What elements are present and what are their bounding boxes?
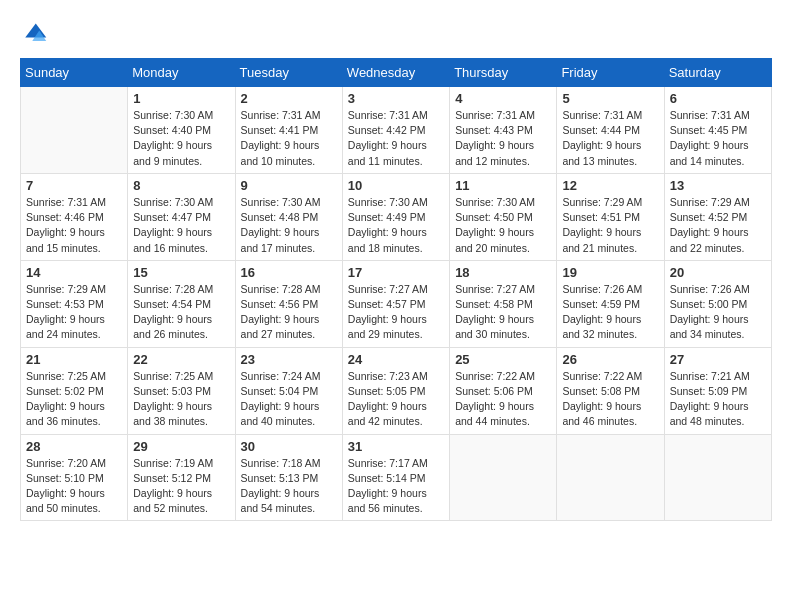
day-number: 27 (670, 352, 766, 367)
day-number: 11 (455, 178, 551, 193)
day-number: 8 (133, 178, 229, 193)
day-number: 24 (348, 352, 444, 367)
day-info: Sunrise: 7:31 AM Sunset: 4:42 PM Dayligh… (348, 108, 444, 169)
day-info: Sunrise: 7:22 AM Sunset: 5:08 PM Dayligh… (562, 369, 658, 430)
day-info: Sunrise: 7:30 AM Sunset: 4:40 PM Dayligh… (133, 108, 229, 169)
day-number: 29 (133, 439, 229, 454)
day-info: Sunrise: 7:31 AM Sunset: 4:45 PM Dayligh… (670, 108, 766, 169)
day-number: 4 (455, 91, 551, 106)
day-number: 23 (241, 352, 337, 367)
day-info: Sunrise: 7:30 AM Sunset: 4:48 PM Dayligh… (241, 195, 337, 256)
day-info: Sunrise: 7:23 AM Sunset: 5:05 PM Dayligh… (348, 369, 444, 430)
calendar-cell: 23Sunrise: 7:24 AM Sunset: 5:04 PM Dayli… (235, 347, 342, 434)
weekday-header-sunday: Sunday (21, 59, 128, 87)
day-number: 5 (562, 91, 658, 106)
weekday-header-thursday: Thursday (450, 59, 557, 87)
calendar-cell: 15Sunrise: 7:28 AM Sunset: 4:54 PM Dayli… (128, 260, 235, 347)
calendar-cell: 17Sunrise: 7:27 AM Sunset: 4:57 PM Dayli… (342, 260, 449, 347)
logo (20, 20, 52, 48)
day-number: 22 (133, 352, 229, 367)
day-info: Sunrise: 7:31 AM Sunset: 4:44 PM Dayligh… (562, 108, 658, 169)
calendar-cell (664, 434, 771, 521)
day-info: Sunrise: 7:30 AM Sunset: 4:47 PM Dayligh… (133, 195, 229, 256)
day-info: Sunrise: 7:21 AM Sunset: 5:09 PM Dayligh… (670, 369, 766, 430)
weekday-header-tuesday: Tuesday (235, 59, 342, 87)
calendar-cell (557, 434, 664, 521)
day-info: Sunrise: 7:17 AM Sunset: 5:14 PM Dayligh… (348, 456, 444, 517)
svg-marker-0 (25, 24, 46, 38)
day-info: Sunrise: 7:18 AM Sunset: 5:13 PM Dayligh… (241, 456, 337, 517)
calendar-week-row: 7Sunrise: 7:31 AM Sunset: 4:46 PM Daylig… (21, 173, 772, 260)
calendar-cell: 22Sunrise: 7:25 AM Sunset: 5:03 PM Dayli… (128, 347, 235, 434)
calendar-cell: 4Sunrise: 7:31 AM Sunset: 4:43 PM Daylig… (450, 87, 557, 174)
calendar-cell: 6Sunrise: 7:31 AM Sunset: 4:45 PM Daylig… (664, 87, 771, 174)
calendar-cell: 5Sunrise: 7:31 AM Sunset: 4:44 PM Daylig… (557, 87, 664, 174)
calendar-cell: 1Sunrise: 7:30 AM Sunset: 4:40 PM Daylig… (128, 87, 235, 174)
day-info: Sunrise: 7:19 AM Sunset: 5:12 PM Dayligh… (133, 456, 229, 517)
calendar-cell: 8Sunrise: 7:30 AM Sunset: 4:47 PM Daylig… (128, 173, 235, 260)
day-info: Sunrise: 7:31 AM Sunset: 4:43 PM Dayligh… (455, 108, 551, 169)
day-number: 15 (133, 265, 229, 280)
calendar-week-row: 21Sunrise: 7:25 AM Sunset: 5:02 PM Dayli… (21, 347, 772, 434)
calendar-cell: 29Sunrise: 7:19 AM Sunset: 5:12 PM Dayli… (128, 434, 235, 521)
day-number: 13 (670, 178, 766, 193)
day-info: Sunrise: 7:25 AM Sunset: 5:02 PM Dayligh… (26, 369, 122, 430)
day-info: Sunrise: 7:30 AM Sunset: 4:50 PM Dayligh… (455, 195, 551, 256)
day-number: 9 (241, 178, 337, 193)
weekday-header-monday: Monday (128, 59, 235, 87)
calendar-cell: 2Sunrise: 7:31 AM Sunset: 4:41 PM Daylig… (235, 87, 342, 174)
day-number: 18 (455, 265, 551, 280)
calendar-body: 1Sunrise: 7:30 AM Sunset: 4:40 PM Daylig… (21, 87, 772, 521)
day-info: Sunrise: 7:29 AM Sunset: 4:51 PM Dayligh… (562, 195, 658, 256)
day-info: Sunrise: 7:24 AM Sunset: 5:04 PM Dayligh… (241, 369, 337, 430)
calendar-cell: 11Sunrise: 7:30 AM Sunset: 4:50 PM Dayli… (450, 173, 557, 260)
weekday-header-friday: Friday (557, 59, 664, 87)
day-info: Sunrise: 7:29 AM Sunset: 4:53 PM Dayligh… (26, 282, 122, 343)
day-info: Sunrise: 7:22 AM Sunset: 5:06 PM Dayligh… (455, 369, 551, 430)
calendar-cell (450, 434, 557, 521)
calendar-week-row: 14Sunrise: 7:29 AM Sunset: 4:53 PM Dayli… (21, 260, 772, 347)
day-info: Sunrise: 7:26 AM Sunset: 4:59 PM Dayligh… (562, 282, 658, 343)
calendar-header: SundayMondayTuesdayWednesdayThursdayFrid… (21, 59, 772, 87)
calendar-cell: 30Sunrise: 7:18 AM Sunset: 5:13 PM Dayli… (235, 434, 342, 521)
logo-icon (20, 20, 48, 48)
calendar-cell: 31Sunrise: 7:17 AM Sunset: 5:14 PM Dayli… (342, 434, 449, 521)
day-number: 10 (348, 178, 444, 193)
calendar-week-row: 1Sunrise: 7:30 AM Sunset: 4:40 PM Daylig… (21, 87, 772, 174)
weekday-header-saturday: Saturday (664, 59, 771, 87)
day-info: Sunrise: 7:30 AM Sunset: 4:49 PM Dayligh… (348, 195, 444, 256)
weekday-header-row: SundayMondayTuesdayWednesdayThursdayFrid… (21, 59, 772, 87)
calendar-cell: 3Sunrise: 7:31 AM Sunset: 4:42 PM Daylig… (342, 87, 449, 174)
day-number: 30 (241, 439, 337, 454)
calendar-cell: 28Sunrise: 7:20 AM Sunset: 5:10 PM Dayli… (21, 434, 128, 521)
day-info: Sunrise: 7:28 AM Sunset: 4:54 PM Dayligh… (133, 282, 229, 343)
calendar-cell: 7Sunrise: 7:31 AM Sunset: 4:46 PM Daylig… (21, 173, 128, 260)
day-info: Sunrise: 7:31 AM Sunset: 4:46 PM Dayligh… (26, 195, 122, 256)
day-number: 26 (562, 352, 658, 367)
day-info: Sunrise: 7:27 AM Sunset: 4:57 PM Dayligh… (348, 282, 444, 343)
calendar-cell: 20Sunrise: 7:26 AM Sunset: 5:00 PM Dayli… (664, 260, 771, 347)
day-number: 21 (26, 352, 122, 367)
day-number: 19 (562, 265, 658, 280)
day-number: 12 (562, 178, 658, 193)
day-number: 28 (26, 439, 122, 454)
calendar-cell: 25Sunrise: 7:22 AM Sunset: 5:06 PM Dayli… (450, 347, 557, 434)
day-number: 3 (348, 91, 444, 106)
calendar-cell: 14Sunrise: 7:29 AM Sunset: 4:53 PM Dayli… (21, 260, 128, 347)
calendar-cell: 21Sunrise: 7:25 AM Sunset: 5:02 PM Dayli… (21, 347, 128, 434)
day-number: 1 (133, 91, 229, 106)
calendar-cell: 24Sunrise: 7:23 AM Sunset: 5:05 PM Dayli… (342, 347, 449, 434)
page-header (20, 20, 772, 48)
calendar-week-row: 28Sunrise: 7:20 AM Sunset: 5:10 PM Dayli… (21, 434, 772, 521)
day-number: 17 (348, 265, 444, 280)
day-number: 7 (26, 178, 122, 193)
day-info: Sunrise: 7:20 AM Sunset: 5:10 PM Dayligh… (26, 456, 122, 517)
weekday-header-wednesday: Wednesday (342, 59, 449, 87)
calendar-cell (21, 87, 128, 174)
day-info: Sunrise: 7:27 AM Sunset: 4:58 PM Dayligh… (455, 282, 551, 343)
calendar-cell: 26Sunrise: 7:22 AM Sunset: 5:08 PM Dayli… (557, 347, 664, 434)
calendar-cell: 9Sunrise: 7:30 AM Sunset: 4:48 PM Daylig… (235, 173, 342, 260)
calendar-table: SundayMondayTuesdayWednesdayThursdayFrid… (20, 58, 772, 521)
day-number: 2 (241, 91, 337, 106)
day-info: Sunrise: 7:31 AM Sunset: 4:41 PM Dayligh… (241, 108, 337, 169)
